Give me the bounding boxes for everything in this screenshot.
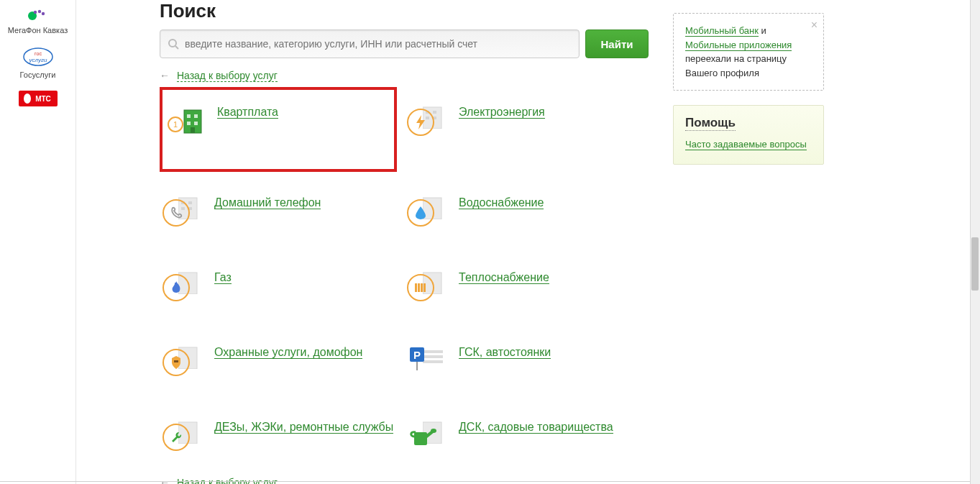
- svg-point-48: [431, 429, 436, 433]
- search-input[interactable]: [185, 38, 572, 50]
- category-electricity[interactable]: Электроэнергия: [404, 101, 641, 157]
- faq-link[interactable]: Часто задаваемые вопросы: [685, 139, 807, 150]
- notice-box: × Мобильный банк и Мобильные приложения …: [673, 13, 824, 91]
- back-link-top: ← Назад к выбору услуг: [160, 70, 649, 81]
- category-link[interactable]: Теплоснабжение: [459, 271, 549, 284]
- svg-rect-33: [415, 283, 417, 292]
- category-link[interactable]: ДСК, садовые товарищества: [459, 421, 613, 434]
- scrollbar-thumb[interactable]: [971, 237, 979, 291]
- category-dez-zhek[interactable]: ДЕЗы, ЖЭКи, ремонтные службы: [160, 416, 397, 457]
- category-kvartplata[interactable]: 1 Квартплата: [160, 87, 397, 172]
- watering-can-icon: [407, 424, 437, 448]
- category-gas[interactable]: Газ: [160, 267, 397, 307]
- mobile-apps-link[interactable]: Мобильные приложения: [685, 40, 792, 51]
- mts-logo-icon: МТС: [3, 91, 73, 106]
- svg-rect-27: [188, 201, 192, 204]
- svg-rect-17: [187, 122, 191, 125]
- category-link[interactable]: Домашний телефон: [214, 196, 321, 209]
- bottom-divider: [0, 481, 970, 482]
- provider-sidebar: МегаФон Кавказ гос услуги Госуслуги МТС: [0, 0, 76, 484]
- back-link-bottom: ← Назад к выбору услуг: [160, 477, 649, 484]
- radiator-icon: [407, 274, 434, 301]
- category-home-phone[interactable]: Домашний телефон: [160, 192, 397, 232]
- svg-text:услуги: услуги: [28, 57, 47, 63]
- svg-rect-36: [423, 283, 426, 292]
- provider-gosuslugi[interactable]: гос услуги Госуслуги: [0, 42, 75, 86]
- category-link[interactable]: ГСК, автостоянки: [459, 346, 551, 359]
- svg-rect-44: [416, 362, 418, 370]
- gosuslugi-logo-icon: гос услуги: [3, 46, 73, 68]
- svg-rect-35: [421, 283, 423, 292]
- svg-text:гос: гос: [35, 51, 42, 56]
- category-link[interactable]: Квартплата: [217, 106, 278, 119]
- building-green-icon: 1: [165, 104, 206, 139]
- water-drop-icon: [407, 199, 434, 227]
- category-water[interactable]: Водоснабжение: [404, 192, 641, 232]
- svg-point-1: [33, 11, 36, 14]
- svg-rect-38: [174, 360, 178, 362]
- search-icon: [168, 38, 179, 50]
- svg-rect-15: [187, 114, 191, 118]
- search-box[interactable]: [160, 29, 580, 58]
- svg-text:P: P: [413, 349, 421, 361]
- bolt-icon: [407, 109, 434, 136]
- category-link[interactable]: Газ: [214, 271, 232, 284]
- scrollbar-track[interactable]: [970, 0, 980, 484]
- svg-rect-34: [418, 283, 420, 292]
- category-link[interactable]: Охранные услуги, домофон: [214, 346, 362, 359]
- back-link[interactable]: Назад к выбору услуг: [177, 70, 278, 82]
- arrow-left-icon: ←: [160, 477, 170, 484]
- svg-text:1: 1: [173, 120, 178, 129]
- svg-rect-16: [194, 114, 198, 118]
- svg-line-11: [175, 46, 178, 49]
- phone-icon: [162, 199, 190, 227]
- svg-rect-19: [191, 127, 195, 133]
- svg-point-3: [41, 12, 44, 15]
- close-icon[interactable]: ×: [811, 19, 818, 31]
- category-link[interactable]: ДЕЗы, ЖЭКи, ремонтные службы: [214, 421, 393, 434]
- provider-mts[interactable]: МТС: [0, 86, 75, 117]
- svg-point-10: [169, 40, 176, 47]
- svg-text:МТС: МТС: [35, 95, 51, 103]
- parking-sign-icon: P: [408, 346, 427, 370]
- back-link[interactable]: Назад к выбору услуг: [177, 477, 278, 484]
- wrench-icon: [162, 424, 190, 451]
- page-title: Поиск: [160, 0, 649, 22]
- svg-point-2: [37, 10, 40, 13]
- flame-icon: [162, 274, 190, 301]
- svg-rect-22: [433, 111, 436, 114]
- svg-point-8: [24, 93, 31, 104]
- category-heating[interactable]: Теплоснабжение: [404, 267, 641, 307]
- category-link[interactable]: Водоснабжение: [459, 196, 544, 209]
- provider-label: МегаФон Кавказ: [3, 26, 73, 35]
- megafon-logo-icon: [3, 6, 73, 23]
- arrow-left-icon: ←: [160, 70, 170, 81]
- mobile-bank-link[interactable]: Мобильный банк: [685, 25, 759, 37]
- shield-helmet-icon: [162, 349, 190, 376]
- category-security[interactable]: Охранные услуги, домофон: [160, 342, 397, 382]
- search-button[interactable]: Найти: [585, 29, 649, 58]
- svg-rect-18: [194, 122, 198, 125]
- provider-label: Госуслуги: [3, 70, 73, 79]
- category-grid: 1 Квартплата: [160, 101, 649, 457]
- category-parking[interactable]: P ГСК, автостоянки: [404, 342, 641, 382]
- help-box: Помощь Часто задаваемые вопросы: [673, 105, 824, 165]
- category-dsk-garden[interactable]: ДСК, садовые товарищества: [404, 416, 641, 457]
- provider-megafon[interactable]: МегаФон Кавказ: [0, 1, 75, 42]
- svg-rect-47: [414, 432, 427, 445]
- category-link[interactable]: Электроэнергия: [459, 106, 545, 119]
- help-title: Помощь: [685, 116, 736, 131]
